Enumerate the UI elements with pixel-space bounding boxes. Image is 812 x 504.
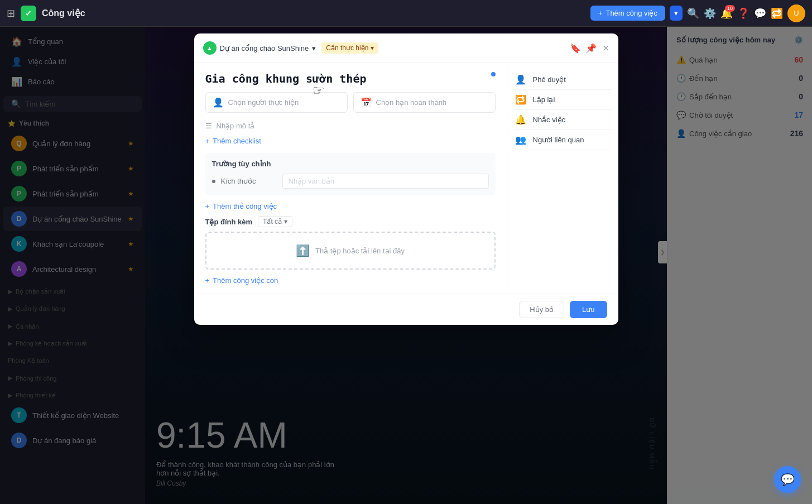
modal-status-button[interactable]: Cần thực hiện ▾ <box>321 42 378 54</box>
messages-icon[interactable]: 💬 <box>754 7 766 20</box>
description-label: Nhập mô tả <box>217 122 255 130</box>
mrp-item-laplai[interactable]: 🔁 Lặp lại <box>514 90 612 110</box>
modal-header: ▲ Dự án cổng chào SunShine ▾ Cần thực hi… <box>194 33 618 63</box>
mrp-label-nhacviec: Nhắc việc <box>533 116 566 124</box>
attach-header: Tệp đính kèm Tất cả ▾ <box>205 216 496 227</box>
nav-right: + Thêm công việc ▾ 🔍 ⚙️ 🔔 10 ❓ 💬 🔁 U <box>590 4 805 22</box>
attach-filter-caret-icon: ▾ <box>284 218 287 225</box>
add-tag-label: Thêm thẻ công việc <box>213 202 277 210</box>
person-icon: 👤 <box>213 97 224 108</box>
modal-status-caret-icon: ▾ <box>371 44 374 52</box>
cf-input-kichthuoc[interactable] <box>282 174 489 189</box>
mrp-item-nhacviec[interactable]: 🔔 Nhắc việc <box>514 110 612 130</box>
deadline-placeholder: Chọn hạn hoàn thành <box>376 98 447 107</box>
task-blue-dot <box>491 72 496 76</box>
transfer-icon[interactable]: 🔁 <box>771 7 783 20</box>
save-button[interactable]: Lưu <box>570 301 607 318</box>
plus-tag-icon: + <box>205 202 210 210</box>
calendar-icon: 📅 <box>361 97 372 108</box>
grid-icon[interactable]: ⊞ <box>7 7 15 20</box>
upload-icon: ⬆️ <box>296 244 310 257</box>
notification-badge: 10 <box>725 5 735 12</box>
attach-drop-label: Thả tệp hoặc tải lên tại đây <box>315 247 405 255</box>
plus-icon: + <box>598 9 603 17</box>
modal-project-icon: ▲ <box>203 41 217 55</box>
attach-drop-zone[interactable]: ⬆️ Thả tệp hoặc tải lên tại đây <box>205 232 496 270</box>
mrp-label-laplai: Lặp lại <box>533 95 555 104</box>
attach-title: Tệp đính kèm <box>205 218 253 226</box>
cf-label-kichthuoc: Kích thước <box>221 177 277 185</box>
task-title-input[interactable]: Gia công khung sườn thép <box>205 72 488 85</box>
mrp-icon-nguoilienquan: 👥 <box>514 135 527 145</box>
add-task-button[interactable]: + Thêm công việc <box>590 6 665 21</box>
modal-body: Gia công khung sườn thép 👤 Chọn người th… <box>194 63 618 294</box>
app-title: Công việc <box>42 8 85 18</box>
deadline-button[interactable]: 📅 Chọn hạn hoàn thành <box>353 92 496 113</box>
modal-pin-icon[interactable]: 📌 <box>585 43 597 54</box>
plus-child-icon: + <box>205 276 210 285</box>
custom-fields-section: Trường tùy chỉnh Kích thước <box>205 153 496 195</box>
modal-right-panel: 👤 Phê duyệt 🔁 Lặp lại 🔔 Nhắc việc 👥 Ngườ… <box>507 63 618 294</box>
help-icon[interactable]: ❓ <box>737 7 749 20</box>
add-child-button[interactable]: + Thêm công việc con <box>205 276 496 285</box>
notifications-icon[interactable]: 🔔 10 <box>720 7 733 20</box>
assignee-row: 👤 Chọn người thực hiện 📅 Chọn hạn hoàn t… <box>205 92 496 113</box>
modal-left-panel: Gia công khung sườn thép 👤 Chọn người th… <box>194 63 507 294</box>
modal-overlay: ▲ Dự án cổng chào SunShine ▾ Cần thực hi… <box>0 0 812 504</box>
list-icon: ☰ <box>205 122 212 130</box>
chat-button[interactable]: 💬 <box>774 466 801 493</box>
nav-left: ⊞ ✓ Công việc <box>7 6 85 21</box>
attach-filter-dropdown[interactable]: Tất cả ▾ <box>258 216 292 227</box>
search-icon[interactable]: 🔍 <box>687 7 699 20</box>
attach-filter-label: Tất cả <box>263 218 282 225</box>
mrp-label-pheduyet: Phê duyệt <box>533 75 566 84</box>
mrp-label-nguoilienquan: Người liên quan <box>533 136 584 144</box>
cf-title: Trường tùy chỉnh <box>212 160 489 168</box>
description-row[interactable]: ☰ Nhập mô tả <box>205 119 496 132</box>
checklist-label: Thêm checklist <box>213 137 261 145</box>
modal-project-name: Dự án cổng chào SunShine <box>220 44 309 52</box>
mrp-icon-pheduyet: 👤 <box>514 74 527 85</box>
modal-status-label: Cần thực hiện <box>326 44 368 52</box>
cf-dot <box>212 180 215 183</box>
assignee-button[interactable]: 👤 Chọn người thực hiện <box>205 92 348 113</box>
modal-close-button[interactable]: ✕ <box>602 43 609 54</box>
mrp-icon-nhacviec: 🔔 <box>514 114 527 125</box>
add-child-label: Thêm công việc con <box>213 276 278 285</box>
app-logo: ✓ <box>21 6 36 21</box>
modal-project-button[interactable]: ▲ Dự án cổng chào SunShine ▾ <box>203 41 316 55</box>
mrp-item-pheduyet[interactable]: 👤 Phê duyệt <box>514 70 612 90</box>
add-task-caret[interactable]: ▾ <box>670 6 683 21</box>
attachment-section: Tệp đính kèm Tất cả ▾ ⬆️ Thả tệp hoặc tả… <box>205 216 496 270</box>
modal-header-actions: 🔖 📌 <box>570 43 597 54</box>
mrp-item-nguoilienquan[interactable]: 👥 Người liên quan <box>514 130 612 150</box>
cf-row-kichthuoc: Kích thước <box>212 174 489 189</box>
add-tag-button[interactable]: + Thêm thẻ công việc <box>205 202 496 210</box>
add-checklist-button[interactable]: + Thêm checklist <box>205 137 496 145</box>
assignee-placeholder: Chọn người thực hiện <box>228 98 299 107</box>
settings-icon[interactable]: ⚙️ <box>704 7 716 20</box>
modal-footer: Hủy bỏ Lưu <box>194 294 618 325</box>
cancel-button[interactable]: Hủy bỏ <box>519 301 564 318</box>
plus-checklist-icon: + <box>205 137 210 145</box>
top-navigation: ⊞ ✓ Công việc + Thêm công việc ▾ 🔍 ⚙️ 🔔 … <box>0 0 812 27</box>
modal-project-caret-icon: ▾ <box>312 44 316 52</box>
task-modal: ▲ Dự án cổng chào SunShine ▾ Cần thực hi… <box>194 33 618 325</box>
mrp-icon-laplai: 🔁 <box>514 94 527 105</box>
user-avatar[interactable]: U <box>787 4 805 22</box>
modal-bookmark-icon[interactable]: 🔖 <box>570 43 581 54</box>
